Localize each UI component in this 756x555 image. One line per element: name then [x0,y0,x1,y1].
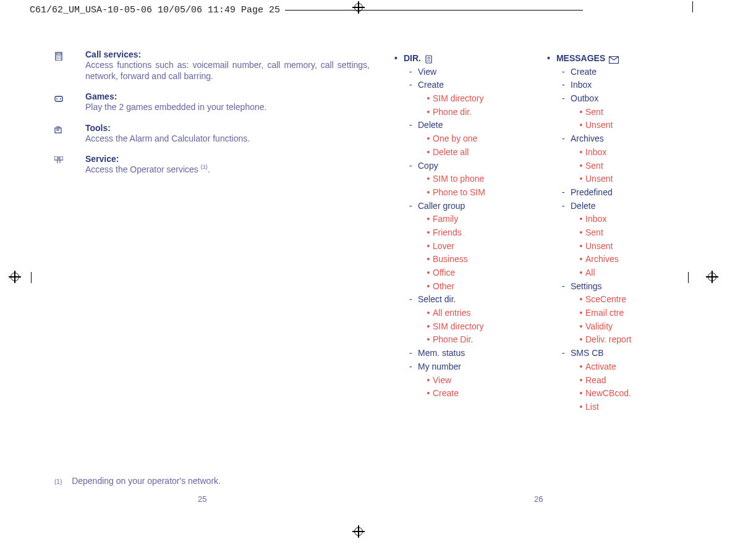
page-number-left: 25 [198,494,206,504]
svg-rect-14 [54,156,63,160]
phone-ui-icon [54,49,72,61]
header-text: C61/62_UM_USA-10-05-06 10/05/06 11:49 Pa… [30,5,280,15]
menu-item: -Copy [394,159,518,173]
menu-subitem: •SceCentre [547,293,695,307]
entry-title: Call services: [85,49,370,59]
menu-item: -Inbox [547,78,695,92]
svg-point-5 [57,58,57,59]
entry-title: Tools: [85,123,370,133]
menu-item: -Archives [547,132,695,146]
messages-menu: •MESSAGES -Create-Inbox-Outbox•Sent•Unse… [547,52,695,414]
footnote: (1) Depending on your operator's network… [54,476,221,486]
menu-subitem: •View [394,374,518,388]
menu-subitem: •Unsent [547,240,695,253]
menu-subitem: •Inbox [547,146,695,159]
menu-subitem: •SIM to phone [394,172,518,186]
svg-point-4 [60,57,61,57]
directory-icon [425,54,433,63]
menu-item: -View [394,66,518,79]
print-header: C61/62_UM_USA-10-05-06 10/05/06 11:49 Pa… [30,5,583,15]
menu-item: -Create [547,66,695,79]
left-column: Call services: Access functions such as:… [54,49,370,185]
menu-title: •DIR. [394,52,518,66]
menu-subitem: •Other [394,280,518,294]
menu-subitem: •Sent [547,226,695,240]
menu-subitem: •SIM directory [394,320,518,334]
menu-item: -Outbox [547,92,695,106]
entry-title: Games: [85,91,370,101]
footnote-marker: (1) [54,478,62,485]
menu-subitem: •One by one [394,132,518,146]
bullet-icon: • [547,52,550,66]
svg-point-2 [57,57,57,57]
crop-mark-top-center-icon [352,1,365,14]
entry-desc: Access the Operator services (1). [85,164,370,175]
entry-desc: Access functions such as: voicemail numb… [85,59,370,82]
svg-point-7 [60,58,61,59]
menu-subitem: •Unsent [547,119,695,132]
menu-subitem: •Phone to SIM [394,186,518,200]
entry-desc: Access the Alarm and Calculator function… [85,133,370,144]
menu-subitem: •Activate [547,360,695,374]
menu-subitem: •Inbox [547,213,695,226]
service-entry: Service: Access the Operator services (1… [54,154,370,175]
menu-item: -Predefined [547,186,695,200]
menu-item: -SMS CB [547,347,695,360]
dir-menu: •DIR. -View-Create•SIM directory•Phone d… [394,52,518,400]
menu-subitem: •Family [394,213,518,226]
envelope-icon [609,54,618,63]
menu-item: -Select dir. [394,293,518,307]
menu-subitem: •Archives [547,253,695,266]
bullet-icon: • [394,52,397,66]
menu-title: •MESSAGES [547,52,695,66]
menu-subitem: •Friends [394,226,518,240]
menu-item: -Create [394,78,518,92]
service-icon [54,154,72,165]
menu-item: -Caller group [394,200,518,213]
tools-entry: Tools: Access the Alarm and Calculator f… [54,123,370,144]
menu-subitem: •Phone Dir. [394,333,518,347]
games-entry: Games: Play the 2 games embedded in your… [54,91,370,112]
svg-rect-1 [57,53,61,55]
menu-item: -Settings [547,280,695,294]
menu-item: -Delete [547,200,695,213]
crop-mark-left-icon [9,271,21,283]
entry-desc: Play the 2 games embedded in your teleph… [85,101,370,112]
svg-rect-8 [55,96,62,101]
entry-title: Service: [85,154,370,164]
menu-subitem: •List [547,400,695,414]
menu-item: -Mem. status [394,347,518,360]
menu-subitem: •Sent [547,106,695,119]
menu-item: -My number [394,360,518,374]
menu-subitem: •Delete all [394,146,518,159]
menu-subitem: •Office [394,266,518,280]
svg-point-9 [56,98,57,100]
menu-title-text: DIR. [404,52,421,66]
svg-point-18 [428,57,430,59]
menu-subitem: •Validity [547,320,695,334]
page-number-right: 26 [534,494,543,504]
crop-mark-bottom-center-icon [352,525,365,538]
menu-item: -Delete [394,119,518,132]
tools-icon [54,123,72,134]
menu-subitem: •Read [547,374,695,388]
menu-subitem: •NewCBcod. [547,387,695,400]
menu-title-text: MESSAGES [556,52,605,66]
call-services-entry: Call services: Access functions such as:… [54,49,370,82]
menu-subitem: •All entries [394,307,518,320]
menu-subitem: •SIM directory [394,92,518,106]
games-icon [54,91,72,103]
menu-subitem: •Unsent [547,172,695,186]
header-rule [285,10,583,11]
svg-point-6 [58,58,59,59]
menu-subitem: •Lover [394,240,518,253]
footnote-text: Depending on your operator's network. [72,476,221,486]
svg-point-3 [58,57,59,57]
crop-tick-icon [31,272,32,283]
svg-point-10 [60,98,61,100]
menu-subitem: •Sent [547,159,695,173]
menu-subitem: •All [547,266,695,280]
menu-subitem: •Deliv. report [547,333,695,347]
menu-subitem: •Create [394,387,518,400]
menu-subitem: •Business [394,253,518,266]
